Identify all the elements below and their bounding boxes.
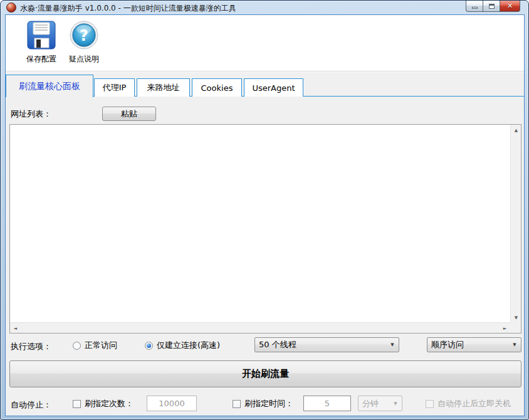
url-list-label: 网址列表： <box>11 108 51 120</box>
threads-select-value: 50 个线程 <box>255 339 386 350</box>
radio-normal-label: 正常访问 <box>85 340 117 351</box>
save-config-button[interactable]: 保存配置 <box>17 18 66 70</box>
window-title: 水淼·流量暴涨助手 v1.0.0.0 - 一款短时间让流量极速暴涨的工具 <box>20 3 236 14</box>
radio-checked-icon[interactable] <box>145 342 153 350</box>
horizontal-scrollbar[interactable]: ◄ ► <box>10 322 510 333</box>
vertical-scrollbar[interactable]: ▲ ▼ <box>510 125 521 323</box>
window-controls: ✕ <box>466 1 520 12</box>
visit-order-select[interactable]: 顺序访问 ▼ <box>427 337 521 352</box>
paste-button-label: 粘贴 <box>121 108 137 120</box>
close-icon: ✕ <box>507 3 513 9</box>
chevron-down-icon: ▼ <box>386 342 399 347</box>
tab-label: UserAgent <box>252 83 295 93</box>
checkbox-disabled-icon <box>426 400 434 408</box>
shutdown-checkbox: 自动停止后立即关机 <box>426 398 511 409</box>
tab-proxy-ip[interactable]: 代理IP <box>94 78 135 97</box>
scrollbar-corner <box>510 322 521 333</box>
time-unit-select: 分钟 ▼ <box>358 396 402 411</box>
time-limit-checkbox[interactable]: 刷指定时间： <box>233 398 293 409</box>
floppy-disk-icon <box>26 20 56 50</box>
time-limit-label: 刷指定时间： <box>244 398 293 409</box>
tab-useragent[interactable]: UserAgent <box>244 78 303 97</box>
visit-order-value: 顺序访问 <box>427 339 508 350</box>
app-window: 水淼·流量暴涨助手 v1.0.0.0 - 一款短时间让流量极速暴涨的工具 ✕ <box>0 0 529 420</box>
threads-select[interactable]: 50 个线程 ▼ <box>254 337 399 352</box>
url-list-content[interactable] <box>11 126 510 322</box>
svg-text:?: ? <box>80 27 88 45</box>
time-input[interactable]: 5 <box>303 396 351 411</box>
toolbar: 保存配置 ? 疑点说明 <box>6 15 524 71</box>
tab-bar: 刷流量核心面板 代理IP 来路地址 Cookies UserAgent <box>6 73 524 97</box>
maximize-button[interactable] <box>483 1 500 12</box>
minimize-icon <box>472 7 478 9</box>
start-traffic-label: 开始刷流量 <box>242 368 289 380</box>
tab-label: 来路地址 <box>147 82 180 93</box>
count-input[interactable]: 10000 <box>147 396 197 411</box>
tab-label: 刷流量核心面板 <box>19 81 80 92</box>
count-limit-label: 刷指定次数： <box>85 398 134 409</box>
chevron-down-icon: ▼ <box>389 401 402 406</box>
tab-label: Cookies <box>201 83 233 93</box>
question-mark-icon: ? <box>69 20 99 50</box>
tab-cookies[interactable]: Cookies <box>192 78 242 97</box>
count-limit-checkbox[interactable]: 刷指定次数： <box>73 398 134 409</box>
tab-core-panel[interactable]: 刷流量核心面板 <box>6 75 93 97</box>
radio-normal-visit[interactable]: 正常访问 <box>73 340 117 351</box>
tab-referrer[interactable]: 来路地址 <box>137 78 190 97</box>
client-area: 保存配置 ? 疑点说明 <box>5 14 525 416</box>
checkbox-unchecked-icon[interactable] <box>233 400 241 408</box>
tab-label: 代理IP <box>103 82 127 93</box>
scroll-right-icon[interactable]: ► <box>500 323 510 333</box>
radio-connect-only[interactable]: 仅建立连接(高速) <box>145 340 220 351</box>
help-button[interactable]: ? 疑点说明 <box>60 18 108 70</box>
shutdown-label: 自动停止后立即关机 <box>437 398 511 409</box>
help-label: 疑点说明 <box>69 54 99 65</box>
close-button[interactable]: ✕ <box>500 1 520 12</box>
minimize-button[interactable] <box>466 1 483 12</box>
radio-connect-label: 仅建立连接(高速) <box>157 340 220 351</box>
scroll-left-icon[interactable]: ◄ <box>11 323 20 333</box>
save-config-label: 保存配置 <box>26 54 56 65</box>
scroll-up-icon[interactable]: ▲ <box>511 125 521 135</box>
auto-stop-label: 自动停止： <box>11 399 51 411</box>
scroll-down-icon[interactable]: ▼ <box>511 313 521 322</box>
chevron-down-icon: ▼ <box>508 342 521 347</box>
paste-button[interactable]: 粘贴 <box>102 107 156 121</box>
checkbox-unchecked-icon[interactable] <box>73 400 81 408</box>
start-traffic-button[interactable]: 开始刷流量 <box>9 360 521 387</box>
maximize-icon <box>489 4 495 9</box>
url-list-textarea[interactable]: ▲ ▼ ◄ ► <box>9 124 521 333</box>
radio-unchecked-icon[interactable] <box>73 342 81 350</box>
titlebar[interactable]: 水淼·流量暴涨助手 v1.0.0.0 - 一款短时间让流量极速暴涨的工具 ✕ <box>1 1 528 14</box>
exec-options-label: 执行选项： <box>11 341 51 352</box>
time-unit-value: 分钟 <box>359 398 389 409</box>
app-logo-icon <box>6 3 16 13</box>
